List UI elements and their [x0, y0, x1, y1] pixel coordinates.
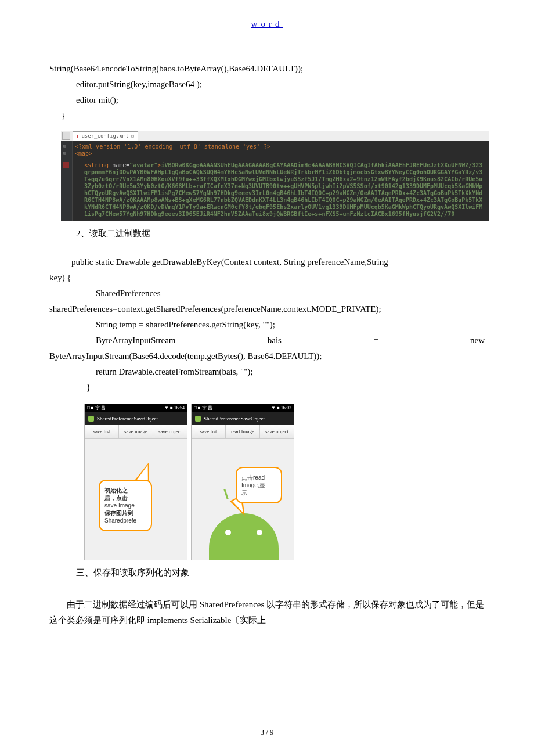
bubble-text: 保存图片到 [104, 509, 146, 517]
code-line: ByteArrayInputStream(Base64.decode(temp.… [49, 348, 485, 364]
robot-head [209, 513, 279, 560]
status-right: ▼ ■ 16:54 [164, 404, 185, 412]
button-row: save list read Image save object [192, 425, 294, 439]
breakpoint-marker [63, 162, 69, 168]
xml-attr: name= [112, 162, 129, 168]
phone-screenshot-1: □ ■ 宇 昌 ▼ ■ 16:54 SharedPreferenceSaveOb… [84, 404, 187, 560]
speech-bubble: 初始化之 后，点击 save Image 保存图片到 Sharedprefe [99, 480, 152, 531]
app-bar: SharedPreferenceSaveObject [85, 412, 187, 425]
editor-gutter: ⊟ ⊟ [61, 141, 73, 221]
app-title: SharedPreferenceSaveObject [204, 414, 265, 423]
tab-filename: user_config.xml [81, 133, 128, 139]
code-token: = [373, 333, 378, 348]
bubble-text: 后，点击 [104, 494, 146, 502]
save-list-button[interactable]: save list [85, 425, 119, 438]
section-heading: 2、读取二进制数据 [49, 226, 485, 242]
status-right: ▼ ■ 16:03 [271, 404, 291, 412]
bubble-text: Image,显 [241, 481, 276, 489]
active-tab[interactable]: ◧ user_config.xml ⊠ [73, 131, 138, 141]
section-heading: 三、保存和读取序列化的对象 [49, 565, 485, 581]
phone-body: 初始化之 后，点击 save Image 保存图片到 Sharedprefe [85, 439, 187, 560]
app-icon [195, 416, 201, 422]
bubble-text: 初始化之 [104, 487, 146, 494]
code-token: new [470, 333, 485, 348]
app-bar: SharedPreferenceSaveObject [192, 412, 294, 425]
save-list-button[interactable]: save list [192, 425, 226, 438]
xml-decl: <?xml version='1.0' encoding='utf-8' sta… [75, 143, 270, 150]
code-line: key) { [49, 270, 485, 286]
code-token: ByteArrayInputStream [96, 333, 175, 348]
page-number: 3 / 9 [0, 725, 534, 739]
speech-bubble: 点击read Image,显 示 [236, 467, 282, 503]
code-line: sharedPreferences=context.getSharedPrefe… [49, 301, 485, 317]
app-icon [88, 416, 94, 422]
xml-tag: <string [84, 162, 109, 168]
code-token: bais [268, 333, 282, 348]
code-line: String(Base64.encodeToString(baos.toByte… [49, 61, 485, 77]
code-line: } [49, 380, 485, 395]
code-line: ByteArrayInputStream bais = new [49, 333, 485, 348]
app-title: SharedPreferenceSaveObject [97, 414, 158, 423]
code-line: editor.putString(key,imageBase64 ); [49, 77, 485, 92]
code-line: editor mit(); [49, 92, 485, 108]
fold-marker: ⊟ [63, 150, 66, 157]
status-bar: □ ■ 宇 昌 ▼ ■ 16:54 [85, 404, 187, 412]
status-left: □ ■ 宇 昌 [194, 404, 212, 412]
document-body: String(Base64.encodeToString(baos.toByte… [0, 38, 534, 628]
code-line: public static Drawable getDrawableByKey(… [49, 254, 485, 270]
status-left: □ ■ 宇 昌 [87, 404, 106, 412]
xml-code-screenshot: ◧ user_config.xml ⊠ ⊟ ⊟ <?xml version='1… [61, 131, 489, 221]
phone-body: 点击read Image,显 示 [192, 439, 294, 560]
fold-marker: ⊟ [63, 143, 66, 150]
code-line: String temp = sharedPreferences.getStrin… [49, 317, 485, 333]
xml-attr-value: "avatar" [129, 162, 157, 168]
header-link[interactable]: word [251, 19, 283, 28]
close-tab-icon[interactable]: ⊠ [131, 133, 134, 139]
code-line: SharedPreferences [49, 286, 485, 301]
read-image-button[interactable]: read Image [226, 425, 260, 438]
save-object-button[interactable]: save object [153, 425, 187, 438]
bubble-text: 示 [241, 489, 276, 496]
phone-screenshots: □ ■ 宇 昌 ▼ ■ 16:54 SharedPreferenceSaveOb… [84, 404, 485, 560]
xml-file-icon: ◧ [77, 133, 80, 139]
paragraph: 由于二进制数据经过编码后可以用 SharedPreferences 以字符串的形… [49, 597, 485, 628]
save-object-button[interactable]: save object [260, 425, 294, 438]
tab-icon [62, 132, 70, 140]
bubble-text: 点击read [241, 474, 276, 481]
code-line: } [49, 108, 485, 124]
robot-eye [257, 530, 262, 535]
bubble-text: Sharedprefe [104, 517, 146, 524]
xml-content: ⊟ ⊟ <?xml version='1.0' encoding='utf-8'… [61, 141, 489, 221]
code-line: return Drawable.createFromStream(bais, "… [49, 364, 485, 380]
button-row: save list save image save object [85, 425, 187, 439]
editor-tabs: ◧ user_config.xml ⊠ [61, 131, 489, 141]
robot-eye [225, 530, 231, 535]
page-header: word [0, 0, 534, 38]
bubble-text: save Image [104, 502, 146, 509]
save-image-button[interactable]: save image [119, 425, 153, 438]
status-bar: □ ■ 宇 昌 ▼ ■ 16:03 [192, 404, 294, 412]
base64-content: iVBORw0KGgoAAAANSUhEUgAAAGAAAABgCAYAAADi… [84, 162, 482, 217]
phone-screenshot-2: □ ■ 宇 昌 ▼ ■ 16:03 SharedPreferenceSaveOb… [191, 404, 294, 560]
xml-tag: <map> [75, 150, 92, 157]
robot-antenna [223, 489, 228, 499]
